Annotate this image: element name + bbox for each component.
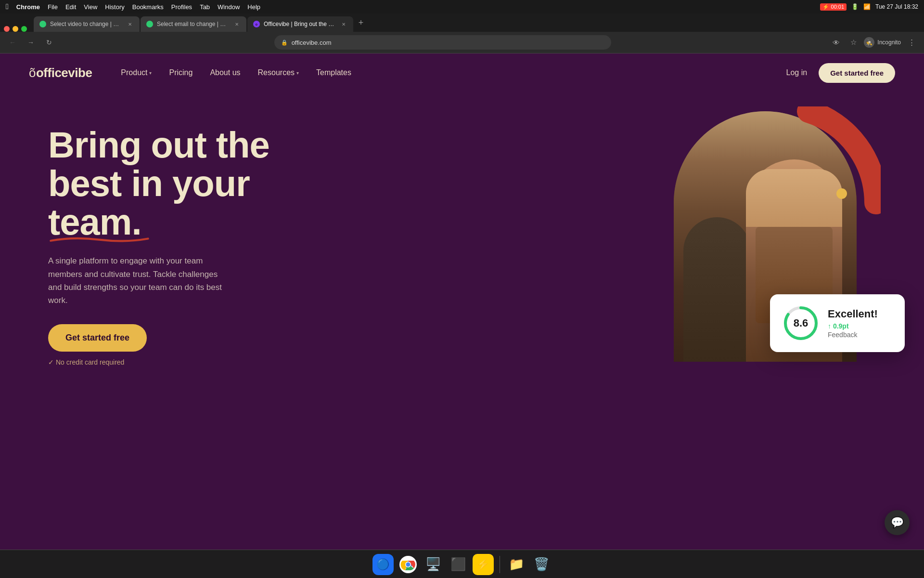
nav-right: Log in Get started free [786, 63, 895, 83]
site-logo[interactable]: õ officevibe [29, 66, 92, 80]
nav-resources-label: Resources [258, 68, 295, 77]
menu-help[interactable]: Help [247, 3, 260, 11]
new-tab-button[interactable]: + [354, 16, 368, 29]
tab-title-3: Officevibe | Bring out the best... [264, 21, 336, 27]
menu-history[interactable]: History [105, 3, 124, 11]
tab-title-1: Select video to change | Djang... [50, 21, 122, 27]
hero-description: A single platform to engage with your te… [48, 254, 231, 307]
address-bar-row: ← → ↻ 🔒 officevibe.com 👁 ☆ 🕵 Incognito ⋮ [0, 32, 924, 53]
dock-finder[interactable]: 🔵 [372, 554, 394, 575]
address-bar-right: 👁 ☆ 🕵 Incognito ⋮ [829, 36, 918, 49]
nav-cta-button[interactable]: Get started free [819, 63, 895, 83]
dock-finder-win[interactable]: 🖥️ [423, 554, 444, 575]
headline-team-word: team. [48, 203, 141, 241]
nav-product[interactable]: Product ▾ [121, 68, 152, 77]
no-credit-card-label: No credit card required [56, 358, 124, 366]
browser-tab-1[interactable]: Select video to change | Djang... ✕ [34, 16, 140, 32]
bluetooth-icon: 🔋 [851, 3, 859, 10]
tab-favicon-3: o [253, 21, 260, 27]
tab-title-2: Select email to change | Djang... [157, 21, 229, 27]
tabs-bar: Select video to change | Djang... ✕ Sele… [0, 13, 924, 32]
dock-thunderbolt[interactable]: ⚡ [473, 554, 494, 575]
chat-icon: 💬 [891, 516, 904, 529]
bookmark-icon[interactable]: ☆ [847, 36, 860, 49]
url-text: officevibe.com [292, 39, 332, 46]
traffic-lights [4, 26, 27, 32]
no-credit-card-text: ✓ No credit card required [48, 358, 289, 366]
lock-icon: 🔒 [281, 39, 288, 46]
dock-trash[interactable]: 🗑️ [531, 554, 552, 575]
hero-cta-button[interactable]: Get started free [48, 324, 147, 352]
resources-chevron-icon: ▾ [296, 70, 299, 76]
dock-folder[interactable]: 📁 [506, 554, 527, 575]
tab-close-2[interactable]: ✕ [233, 20, 241, 28]
minimize-button[interactable] [13, 26, 18, 32]
menu-window[interactable]: Window [218, 3, 240, 11]
close-button[interactable] [4, 26, 10, 32]
hero-section: Bring out thebest in your team. A single… [0, 92, 924, 550]
menu-view[interactable]: View [84, 3, 97, 11]
check-icon: ✓ [48, 358, 54, 366]
clock: Tue 27 Jul 18:32 [875, 3, 918, 10]
menu-profiles[interactable]: Profiles [171, 3, 192, 11]
product-chevron-icon: ▾ [149, 70, 152, 76]
maximize-button[interactable] [21, 26, 27, 32]
nav-resources[interactable]: Resources ▾ [258, 68, 299, 77]
logo-text: officevibe [36, 66, 92, 80]
menubar-right: ⚡ 00:01 🔋 📶 Tue 27 Jul 18:32 [820, 3, 918, 11]
app-name[interactable]: Chrome [16, 3, 40, 11]
wifi-icon: 📶 [863, 3, 871, 10]
forward-button[interactable]: → [24, 36, 38, 49]
yellow-dot-decoration [836, 188, 847, 199]
nav-templates-label: Templates [316, 68, 351, 77]
back-button[interactable]: ← [6, 36, 19, 49]
menu-tab[interactable]: Tab [200, 3, 210, 11]
nav-pricing-label: Pricing [169, 68, 192, 77]
tab-favicon-1 [39, 21, 46, 27]
refresh-button[interactable]: ↻ [42, 36, 56, 49]
more-options-icon[interactable]: ⋮ [905, 36, 918, 49]
tab-close-1[interactable]: ✕ [126, 20, 134, 28]
headline-line1: Bring out thebest in your [48, 124, 270, 204]
menu-bookmarks[interactable]: Bookmarks [132, 3, 164, 11]
browser-chrome: Select video to change | Djang... ✕ Sele… [0, 13, 924, 53]
incognito-label: Incognito [877, 39, 901, 46]
incognito-avatar: 🕵 [864, 37, 874, 48]
score-category: Feedback [828, 331, 893, 339]
menu-edit[interactable]: Edit [65, 3, 76, 11]
apple-menu[interactable]:  [6, 2, 9, 11]
tab-favicon-2 [146, 21, 153, 27]
dock-terminal[interactable]: ⬛ [448, 554, 469, 575]
address-bar[interactable]: 🔒 officevibe.com [274, 35, 611, 50]
incognito-badge: 🕵 Incognito [864, 37, 901, 48]
logo-tilde: õ [29, 66, 36, 80]
browser-tab-3[interactable]: o Officevibe | Bring out the best... ✕ [247, 16, 353, 32]
mac-menubar:  Chrome File Edit View History Bookmark… [0, 0, 924, 13]
hero-headline: Bring out thebest in your team. [48, 126, 289, 241]
nav-product-label: Product [121, 68, 147, 77]
menu-items: File Edit View History Bookmarks Profile… [48, 3, 260, 11]
nav-links: Product ▾ Pricing About us Resources ▾ T… [121, 68, 786, 77]
privacy-icon[interactable]: 👁 [829, 36, 843, 49]
nav-about[interactable]: About us [210, 68, 240, 77]
hero-text-block: Bring out thebest in your team. A single… [48, 111, 289, 366]
dock-divider [500, 556, 500, 573]
login-link[interactable]: Log in [786, 68, 808, 77]
website-content: õ officevibe Product ▾ Pricing About us … [0, 53, 924, 550]
nav-about-label: About us [210, 68, 240, 77]
tab-close-3[interactable]: ✕ [340, 20, 347, 28]
dock-bar: 🔵 🖥️ ⬛ ⚡ 📁 🗑️ [0, 550, 924, 578]
menu-file[interactable]: File [48, 3, 58, 11]
hero-image-area: 8.6 Excellent! ↑ 0.9pt Feedback [289, 111, 895, 367]
dock-chrome[interactable] [398, 554, 419, 575]
browser-tab-2[interactable]: Select email to change | Djang... ✕ [141, 16, 246, 32]
nav-templates[interactable]: Templates [316, 68, 351, 77]
site-nav: õ officevibe Product ▾ Pricing About us … [0, 53, 924, 92]
battery-time: ⚡ 00:01 [820, 3, 847, 11]
nav-pricing[interactable]: Pricing [169, 68, 192, 77]
svg-point-5 [406, 562, 410, 566]
chat-widget[interactable]: 💬 [885, 510, 910, 535]
